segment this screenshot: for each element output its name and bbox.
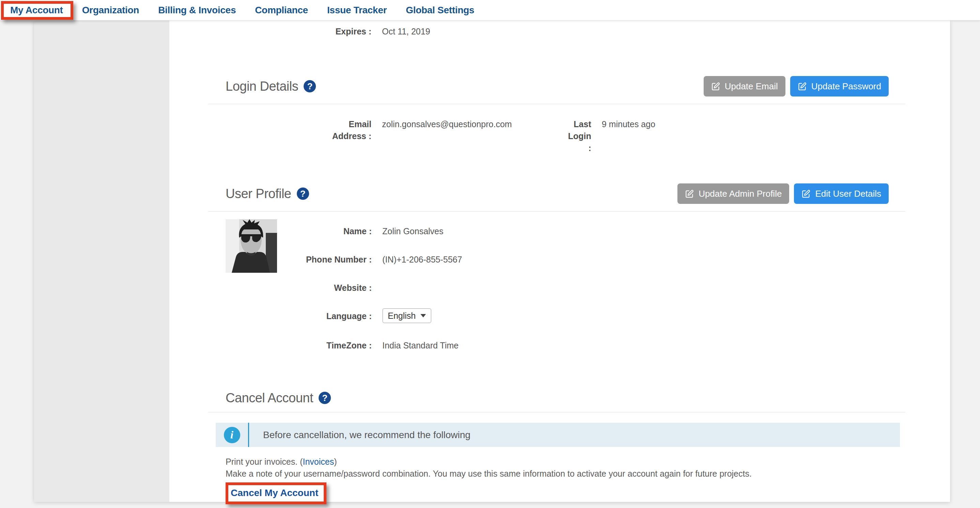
cancel-account-title-text: Cancel Account (226, 391, 313, 405)
nav-tab-label: My Account (10, 5, 63, 16)
nav-tab-label: Compliance (255, 5, 308, 16)
section-divider (208, 211, 905, 212)
nav-tab-label: Organization (82, 5, 139, 16)
help-icon[interactable]: ? (297, 188, 309, 200)
update-email-label: Update Email (725, 81, 778, 92)
language-label: Language : (277, 310, 372, 323)
timezone-value: India Standard Time (382, 339, 459, 352)
expires-row: Expires : Oct 11, 2019 (226, 25, 889, 38)
edit-user-details-button[interactable]: Edit User Details (794, 183, 889, 204)
annotation-box-cancel: Cancel My Account (226, 483, 326, 504)
language-row: Language : English (277, 310, 889, 323)
help-icon[interactable]: ? (318, 392, 331, 404)
nav-tab-label: Issue Tracker (327, 5, 387, 16)
user-profile-fields: Name : Zolin Gonsalves Phone Number : (I… (277, 219, 889, 352)
top-nav-bar: My Account Organization Billing & Invoic… (0, 0, 980, 21)
update-admin-profile-button[interactable]: Update Admin Profile (678, 183, 789, 204)
email-address-value: zolin.gonsalves@questionpro.com (382, 118, 512, 130)
edit-icon (802, 189, 811, 198)
phone-value: (IN)+1-206-855-5567 (382, 254, 462, 266)
last-login-row: Last Login : 9 minutes ago (566, 118, 655, 154)
nav-tab-global-settings[interactable]: Global Settings (406, 0, 474, 20)
cancel-recommendations: Print your invoices. (Invoices) Make a n… (226, 456, 889, 480)
caret-down-icon (420, 314, 426, 317)
username-note-line: Make a note of your username/password co… (226, 468, 889, 480)
cancel-account-title: Cancel Account ? (226, 391, 331, 405)
update-password-label: Update Password (811, 81, 881, 92)
help-icon[interactable]: ? (304, 80, 316, 92)
edit-user-details-label: Edit User Details (815, 188, 881, 199)
settings-card: Expires : Oct 11, 2019 Login Details ? U… (34, 21, 950, 502)
login-details-title-text: Login Details (226, 79, 298, 94)
profile-photo (226, 219, 277, 273)
info-icon-cell: i (216, 423, 248, 447)
language-value-cell: English (382, 310, 431, 323)
website-row: Website : (277, 282, 889, 294)
nav-tab-my-account[interactable]: My Account (10, 0, 63, 20)
nav-tab-issue-tracker[interactable]: Issue Tracker (327, 0, 387, 20)
nav-tab-organization[interactable]: Organization (82, 0, 139, 20)
update-password-button[interactable]: Update Password (790, 76, 889, 97)
nav-tab-label: Global Settings (406, 5, 474, 16)
section-divider (208, 412, 905, 412)
edit-icon (685, 189, 694, 198)
update-admin-profile-label: Update Admin Profile (698, 188, 782, 199)
edit-icon (798, 82, 807, 91)
user-profile-title: User Profile ? (226, 186, 309, 201)
settings-side-panel (34, 21, 169, 502)
expires-label: Expires : (226, 25, 371, 38)
nav-tab-billing-invoices[interactable]: Billing & Invoices (158, 0, 236, 20)
timezone-row: TimeZone : India Standard Time (277, 339, 889, 352)
print-invoices-line: Print your invoices. (Invoices) (226, 456, 889, 468)
phone-label: Phone Number : (277, 254, 372, 266)
cancel-account-header: Cancel Account ? (226, 390, 889, 406)
login-details-fields: Email Address : zolin.gonsalves@question… (226, 118, 889, 154)
nav-tab-label: Billing & Invoices (158, 5, 236, 16)
language-selected-value: English (388, 311, 416, 321)
user-profile-header: User Profile ? Update Admin Profile Edit… (226, 183, 889, 204)
email-field-row: Email Address : zolin.gonsalves@question… (226, 118, 566, 154)
website-label: Website : (277, 282, 372, 294)
info-banner-text: Before cancellation, we recommend the fo… (249, 423, 471, 447)
update-email-button[interactable]: Update Email (704, 76, 786, 97)
login-details-header: Login Details ? Update Email Update Pass… (226, 76, 889, 97)
login-details-title: Login Details ? (226, 79, 316, 94)
nav-tab-compliance[interactable]: Compliance (255, 0, 308, 20)
last-login-value: 9 minutes ago (602, 118, 655, 130)
edit-icon (711, 82, 720, 91)
section-divider (208, 104, 905, 104)
user-profile-title-text: User Profile (226, 186, 291, 201)
my-account-panel: Expires : Oct 11, 2019 Login Details ? U… (169, 21, 950, 502)
expires-value: Oct 11, 2019 (382, 25, 430, 38)
name-value: Zolin Gonsalves (382, 225, 443, 237)
user-profile-actions: Update Admin Profile Edit User Details (678, 183, 889, 204)
phone-row: Phone Number : (IN)+1-206-855-5567 (277, 254, 889, 266)
email-address-label: Email Address : (226, 118, 371, 142)
last-login-label: Last Login : (566, 118, 591, 154)
user-profile-block: Name : Zolin Gonsalves Phone Number : (I… (226, 219, 889, 352)
invoices-link[interactable]: Invoices (302, 457, 334, 467)
info-icon: i (224, 427, 240, 443)
login-details-actions: Update Email Update Password (704, 76, 889, 97)
name-label: Name : (277, 225, 372, 237)
cancel-info-banner: i Before cancellation, we recommend the … (216, 423, 900, 447)
language-dropdown[interactable]: English (382, 308, 431, 323)
print-invoices-text: Print your invoices. ( (226, 457, 302, 467)
timezone-label: TimeZone : (277, 339, 372, 352)
name-row: Name : Zolin Gonsalves (277, 225, 889, 237)
print-invoices-text-close: ) (334, 457, 337, 467)
cancel-my-account-link[interactable]: Cancel My Account (228, 485, 324, 502)
